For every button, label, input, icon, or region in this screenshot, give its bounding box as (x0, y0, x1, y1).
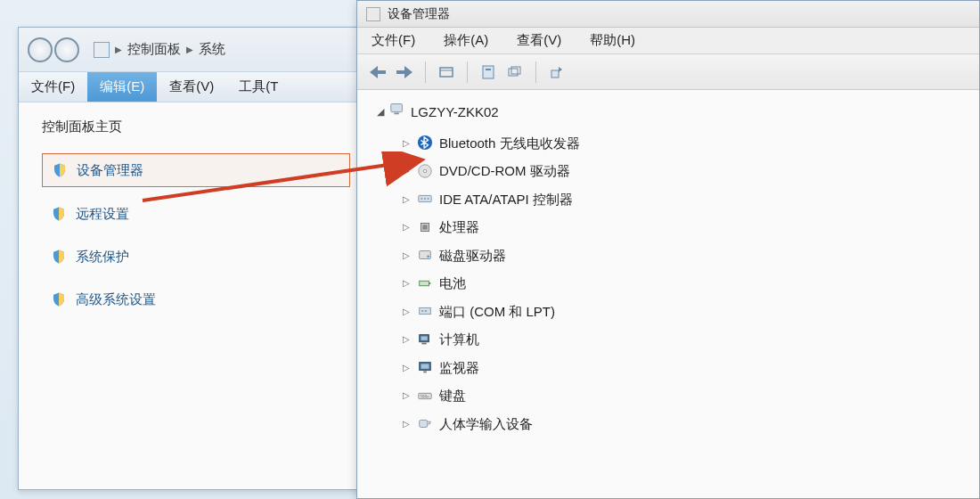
root-label: LGZYY-ZKK02 (411, 101, 499, 124)
cpu-icon (417, 219, 433, 235)
toolbar-separator (535, 61, 536, 83)
tree-item-label: 电池 (439, 272, 466, 295)
shield-icon (52, 161, 68, 179)
link-system-protection[interactable]: 系统保护 (42, 241, 350, 273)
keyboard-icon (417, 388, 433, 404)
svg-rect-33 (422, 395, 424, 396)
ide-icon (417, 191, 433, 207)
expand-icon[interactable]: ▷ (402, 135, 411, 151)
svg-rect-32 (421, 395, 422, 396)
svg-rect-2 (483, 66, 494, 78)
link-remote-settings[interactable]: 远程设置 (42, 198, 350, 230)
menu-tools[interactable]: 工具(T (226, 72, 290, 102)
breadcrumb-icon (94, 42, 110, 58)
breadcrumb-item[interactable]: 系统 (199, 41, 225, 58)
tree-item-label: 键盘 (439, 384, 466, 407)
svg-rect-20 (420, 281, 429, 285)
computer-icon (417, 331, 433, 348)
port-icon (417, 303, 433, 319)
expand-icon[interactable]: ▷ (402, 192, 411, 207)
breadcrumb-item[interactable]: 控制面板 (127, 41, 181, 58)
menu-file[interactable]: 文件(F) (357, 32, 429, 49)
shield-icon (51, 248, 67, 266)
tree-item-ide[interactable]: ▷IDE ATA/ATAPI 控制器 (402, 185, 963, 214)
toolbar-forward-button[interactable] (393, 61, 416, 84)
dm-titlebar: 设备管理器 (357, 1, 979, 28)
svg-rect-27 (421, 342, 426, 344)
expand-icon[interactable]: ▷ (402, 275, 411, 290)
cp-heading: 控制面板主页 (42, 119, 350, 135)
tree-item-label: DVD/CD-ROM 驱动器 (439, 160, 570, 183)
link-label: 远程设置 (76, 206, 129, 223)
hid-icon (417, 415, 433, 431)
monitor-icon (417, 359, 433, 375)
tree-item-label: 人体学输入设备 (439, 413, 533, 436)
link-device-manager[interactable]: 设备管理器 (42, 153, 350, 187)
device-manager-window: 设备管理器 文件(F) 操作(A) 查看(V) 帮助(H) ◢ (356, 0, 980, 499)
tree-item-label: 处理器 (439, 216, 479, 239)
tree-item-label: 磁盘驱动器 (439, 244, 506, 267)
expand-icon[interactable]: ▷ (402, 219, 411, 234)
toolbar-separator (467, 61, 468, 83)
svg-rect-7 (391, 104, 403, 112)
link-advanced-settings[interactable]: 高级系统设置 (42, 283, 350, 315)
expand-icon[interactable]: ▷ (402, 388, 411, 403)
toolbar-back-button[interactable] (366, 61, 389, 84)
expand-icon[interactable]: ▷ (402, 360, 411, 375)
window-title: 设备管理器 (388, 6, 450, 22)
tree-item-keyboard[interactable]: ▷键盘 (402, 381, 963, 410)
expand-icon[interactable]: ▷ (402, 304, 411, 319)
collapse-icon[interactable]: ◢ (377, 103, 384, 120)
svg-rect-0 (440, 68, 453, 77)
svg-point-19 (427, 256, 429, 258)
chevron-right-icon: ▶ (115, 45, 122, 54)
toolbar-scan-button[interactable] (503, 61, 527, 84)
menu-help[interactable]: 帮助(H) (576, 32, 649, 49)
expand-icon[interactable]: ▷ (402, 248, 411, 263)
tree-item-bluetooth[interactable]: ▷Bluetooth 无线电收发器 (402, 129, 963, 158)
svg-point-15 (428, 198, 429, 200)
svg-rect-35 (421, 397, 429, 397)
link-label: 设备管理器 (77, 162, 143, 179)
svg-point-11 (423, 169, 427, 173)
expand-icon[interactable]: ▷ (402, 163, 411, 178)
device-manager-icon (366, 7, 380, 21)
svg-rect-34 (425, 395, 427, 396)
menu-action[interactable]: 操作(A) (429, 32, 502, 49)
tree-item-label: Bluetooth 无线电收发器 (439, 132, 580, 155)
tree-root[interactable]: ◢ LGZYY-ZKK02 (377, 101, 963, 124)
tree-item-hid[interactable]: ▷人体学输入设备 (402, 410, 963, 438)
expand-icon[interactable]: ▷ (402, 331, 411, 347)
menu-view[interactable]: 查看(V) (502, 32, 576, 49)
tree-item-port[interactable]: ▷端口 (COM 和 LPT) (402, 298, 963, 326)
svg-rect-3 (486, 69, 491, 70)
tree-item-cpu[interactable]: ▷处理器 (402, 213, 963, 241)
breadcrumb[interactable]: ▶ 控制面板 ▶ 系统 (94, 41, 225, 58)
svg-rect-24 (425, 310, 427, 312)
svg-rect-26 (421, 336, 428, 340)
tree-item-computer[interactable]: ▷计算机 (402, 325, 963, 354)
tree-item-monitor[interactable]: ▷监视器 (402, 354, 963, 382)
tree-item-label: 端口 (COM 和 LPT) (439, 300, 555, 323)
svg-rect-18 (420, 251, 431, 259)
svg-rect-8 (394, 113, 398, 115)
dvd-icon (417, 163, 433, 179)
toolbar-show-hidden-button[interactable] (435, 61, 458, 84)
tree-item-disk[interactable]: ▷磁盘驱动器 (402, 241, 963, 270)
menu-edit[interactable]: 编辑(E) (87, 72, 157, 102)
back-button[interactable] (28, 37, 53, 62)
tree-item-battery[interactable]: ▷电池 (402, 269, 963, 298)
toolbar-update-driver-button[interactable] (545, 61, 568, 84)
tree-item-dvd[interactable]: ▷DVD/CD-ROM 驱动器 (402, 157, 963, 185)
svg-rect-30 (423, 372, 427, 373)
menu-view[interactable]: 查看(V) (157, 72, 226, 102)
menu-file[interactable]: 文件(F) (19, 72, 87, 102)
cp-navbar: ▶ 控制面板 ▶ 系统 (19, 28, 373, 72)
expand-icon[interactable]: ▷ (402, 416, 411, 431)
cp-menubar: 文件(F) 编辑(E) 查看(V) 工具(T (19, 72, 373, 102)
toolbar-properties-button[interactable] (477, 61, 500, 84)
dm-menubar: 文件(F) 操作(A) 查看(V) 帮助(H) (357, 28, 979, 54)
tree-item-label: IDE ATA/ATAPI 控制器 (439, 188, 573, 211)
link-label: 高级系统设置 (76, 291, 156, 308)
forward-button[interactable] (54, 37, 79, 62)
